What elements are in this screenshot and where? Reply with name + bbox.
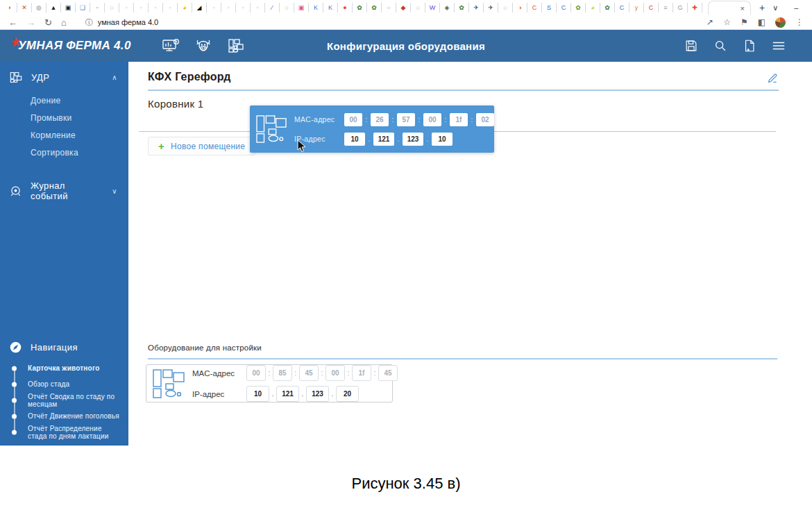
pinned-tab[interactable]: ✿	[571, 3, 586, 12]
pinned-tab[interactable]: ≡	[659, 3, 673, 12]
active-tab[interactable]: ×	[708, 1, 751, 15]
ip-octet-input[interactable]: 10	[246, 386, 269, 402]
side-panel-icon[interactable]: ◧	[758, 17, 766, 27]
pinned-tab[interactable]: ✈	[469, 3, 484, 12]
search-icon[interactable]	[713, 39, 727, 53]
pinned-tab[interactable]: ✿	[455, 3, 469, 12]
pinned-tab[interactable]: K	[323, 3, 338, 12]
pinned-tab[interactable]: =	[382, 3, 396, 12]
pinned-tab[interactable]: ▫	[251, 3, 265, 12]
pinned-tab[interactable]: ❏	[76, 3, 90, 12]
pinned-tab[interactable]: ●	[338, 3, 353, 12]
pinned-tab[interactable]: ✕	[17, 3, 32, 12]
pinned-tab[interactable]: ◆	[396, 3, 411, 12]
submenu-item[interactable]: Сортировка	[31, 148, 128, 158]
share-icon[interactable]: ↗	[707, 17, 713, 27]
navigation-item[interactable]: Обзор стада	[0, 376, 128, 392]
back-icon[interactable]: ←	[8, 17, 17, 28]
navigation-item[interactable]: Отчёт Распределение стада по дням лактац…	[0, 424, 128, 440]
mac-octet-input[interactable]: 45	[378, 365, 398, 381]
ip-octet-input[interactable]: 123	[306, 386, 329, 402]
pinned-tab[interactable]: ◕	[178, 3, 192, 12]
pinned-tab[interactable]: C	[644, 3, 659, 12]
maximize-icon[interactable]: ▢	[806, 3, 812, 12]
pinned-tab[interactable]: ✚	[688, 3, 702, 12]
equipment-card[interactable]: MAC-адрес :00 :85 :45 :00 :1f	[146, 364, 393, 403]
pinned-tab[interactable]: ✿	[600, 3, 615, 12]
pinned-tab[interactable]: ▫	[221, 3, 236, 12]
pinned-tab[interactable]: ◌	[105, 3, 119, 12]
mac-octet-input[interactable]: 85	[273, 365, 292, 381]
submenu-item[interactable]: Доение	[31, 96, 128, 105]
new-tab-button[interactable]: +	[759, 2, 765, 13]
page-info-icon[interactable]: ⓘ	[85, 17, 93, 28]
save-icon[interactable]	[684, 39, 698, 53]
pinned-tab[interactable]: ▫	[207, 3, 221, 12]
tab-close-icon[interactable]: ×	[741, 4, 745, 12]
navigation-item[interactable]: Отчёт Сводка по стаду по месяцам	[0, 392, 128, 408]
pinned-tab[interactable]: ▫	[236, 3, 251, 12]
edit-pencil-icon[interactable]	[767, 71, 779, 83]
pinned-tab[interactable]: C	[527, 3, 542, 12]
home-icon[interactable]: ⌂	[61, 17, 67, 28]
ip-octet-input[interactable]: 121	[373, 133, 394, 146]
ip-octet-input[interactable]: 121	[276, 386, 299, 402]
pinned-tab[interactable]: ▣	[294, 3, 309, 12]
bookmark-star-icon[interactable]: ☆	[723, 17, 731, 27]
pinned-tab[interactable]: ✿	[353, 3, 367, 12]
pinned-tab[interactable]: ▫	[90, 3, 105, 12]
app-logo[interactable]: ★ УМНАЯ ФЕРМА 4.0	[0, 39, 131, 53]
pinned-tab[interactable]: ◌	[280, 3, 294, 12]
pinned-tab[interactable]: K	[309, 3, 323, 12]
chevron-up-icon[interactable]: ∧	[112, 74, 117, 81]
new-document-icon[interactable]	[743, 39, 756, 53]
pinned-tab[interactable]: G	[673, 3, 688, 12]
navigation-item[interactable]: Отчёт Движение поголовья	[0, 408, 128, 424]
submenu-item[interactable]: Кормление	[31, 130, 128, 140]
ip-octet-input[interactable]: 123	[403, 133, 423, 146]
pinned-tab[interactable]: ▣	[61, 3, 76, 12]
profile-avatar[interactable]	[775, 17, 786, 28]
extensions-icon[interactable]: ⚑	[741, 17, 748, 27]
pinned-tab[interactable]: ▫	[134, 3, 149, 12]
pinned-tab[interactable]: ◈	[440, 3, 455, 12]
sidebar-item-udr[interactable]: УДР ∧	[0, 62, 128, 90]
dashboard-icon[interactable]	[162, 37, 180, 54]
mac-octet-input[interactable]: 00	[246, 365, 266, 381]
ip-octet-input[interactable]: 20	[336, 386, 359, 402]
pinned-tab[interactable]: ◑	[513, 3, 527, 12]
mac-octet-input[interactable]: 26	[371, 113, 389, 126]
mac-octet-input[interactable]: 00	[325, 365, 345, 381]
tab-search-chevron-icon[interactable]: ∨	[765, 3, 786, 12]
mac-octet-input[interactable]: 00	[423, 113, 441, 126]
pinned-tab[interactable]: ◢	[192, 3, 207, 12]
chevron-down-icon[interactable]: ∨	[112, 187, 117, 195]
equipment-config-icon[interactable]	[227, 37, 245, 54]
pinned-tab[interactable]: ◌	[498, 3, 513, 12]
pinned-tab[interactable]: ◌	[411, 3, 425, 12]
pinned-tab[interactable]: C	[557, 3, 571, 12]
url-field[interactable]: ⓘ умная ферма 4.0	[85, 17, 158, 28]
sidebar-item-events[interactable]: Журнал событий ∨	[0, 171, 128, 208]
mac-octet-input[interactable]: 00	[344, 113, 362, 126]
mac-octet-input[interactable]: 1f	[352, 365, 371, 381]
pinned-tab[interactable]: ∕	[265, 3, 280, 12]
pinned-tab[interactable]: y	[629, 3, 644, 12]
menu-hamburger-icon[interactable]	[772, 40, 786, 52]
browser-menu-icon[interactable]: ⋮	[795, 17, 804, 27]
url-text[interactable]: умная ферма 4.0	[98, 18, 158, 26]
pinned-tab[interactable]: ▲	[46, 3, 61, 12]
pinned-tab[interactable]: C	[615, 3, 629, 12]
herd-cow-icon[interactable]	[195, 37, 212, 54]
pinned-tab[interactable]: ◍	[32, 3, 46, 12]
pinned-tab[interactable]: S	[542, 3, 557, 12]
ip-octet-input[interactable]: 10	[344, 133, 365, 146]
reload-icon[interactable]: ↻	[44, 17, 52, 28]
mac-octet-input[interactable]: 57	[397, 113, 415, 126]
submenu-item[interactable]: Промывки	[31, 113, 128, 123]
pinned-tab[interactable]: W	[425, 3, 440, 12]
navigation-item[interactable]: Карточка животного	[0, 360, 128, 376]
new-room-button[interactable]: + Новое помещение	[148, 137, 255, 155]
mac-octet-input[interactable]: 02	[476, 113, 494, 126]
pinned-tab[interactable]: ▫	[149, 3, 163, 12]
